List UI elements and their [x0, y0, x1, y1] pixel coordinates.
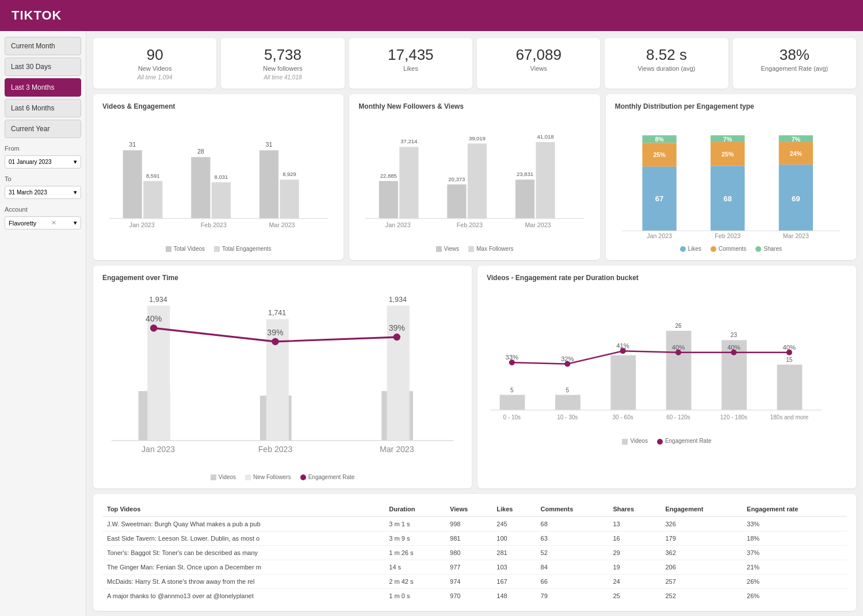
svg-text:31: 31	[129, 141, 136, 148]
stat-value: 67,089	[484, 46, 593, 64]
svg-text:26: 26	[675, 323, 682, 329]
chart-legend: Views Max Followers	[358, 246, 590, 252]
cell-duration: 14 s	[384, 560, 445, 575]
cell-views: 998	[445, 516, 492, 531]
svg-text:23,831: 23,831	[517, 171, 533, 177]
cell-engagement: 252	[660, 589, 742, 603]
chart-legend: Videos Engagement Rate	[487, 438, 847, 444]
svg-text:8,929: 8,929	[282, 171, 296, 177]
table-row: A major thanks to @annmo13 over at @lone…	[102, 589, 847, 603]
cell-engagement: 179	[660, 531, 742, 546]
svg-text:39%: 39%	[267, 328, 284, 337]
col-header-duration: Duration	[384, 502, 445, 516]
cell-likes: 167	[492, 575, 536, 589]
svg-text:20,373: 20,373	[449, 176, 465, 182]
filter-current-year[interactable]: Current Year	[5, 120, 81, 138]
table-row: The Ginger Man: Fenian St. Once upon a D…	[102, 560, 847, 575]
cell-rate: 33%	[742, 516, 847, 531]
svg-text:41,018: 41,018	[537, 133, 554, 140]
svg-text:0 - 10s: 0 - 10s	[503, 414, 521, 420]
svg-rect-25	[536, 142, 555, 219]
to-date-select[interactable]: 31 March 2023 ▾	[5, 186, 81, 199]
svg-text:8,591: 8,591	[146, 173, 160, 179]
account-select[interactable]: Flavoretty ✕ ▾	[5, 216, 81, 229]
cell-name: The Ginger Man: Fenian St. Once upon a D…	[102, 560, 384, 575]
from-date-select[interactable]: 01 January 2023 ▾	[5, 155, 81, 169]
svg-text:Feb 2023: Feb 2023	[201, 221, 227, 228]
cell-comments: 68	[536, 516, 609, 531]
cell-shares: 13	[608, 516, 660, 531]
filter-last-6-months[interactable]: Last 6 Months	[5, 99, 81, 117]
account-clear-icon[interactable]: ✕	[51, 219, 56, 227]
cell-duration: 3 m 1 s	[384, 516, 445, 531]
svg-text:7%: 7%	[723, 136, 732, 143]
filter-last-3-months[interactable]: Last 3 Months	[5, 78, 81, 97]
cell-likes: 281	[492, 546, 536, 560]
legend-new-followers: New Followers	[253, 474, 291, 480]
legend-engagement-rate: Engagement Rate	[308, 474, 355, 480]
cell-duration: 3 m 9 s	[384, 531, 445, 546]
svg-rect-60	[147, 305, 170, 441]
filter-last-30-days[interactable]: Last 30 Days	[5, 58, 81, 76]
cell-name: A major thanks to @annmo13 over at @lone…	[102, 589, 384, 603]
col-header-comments: Comments	[536, 502, 609, 516]
from-date-value: 01 January 2023	[9, 159, 74, 165]
svg-text:Feb 2023: Feb 2023	[258, 445, 293, 454]
filter-current-month[interactable]: Current Month	[5, 37, 81, 55]
cell-engagement: 257	[660, 575, 742, 589]
to-date-chevron-icon: ▾	[74, 189, 77, 196]
cell-comments: 52	[536, 546, 609, 560]
account-chevron-icon: ▾	[74, 219, 77, 227]
cell-name: East Side Tavern: Leeson St. Lower. Dubl…	[102, 531, 384, 546]
svg-rect-78	[555, 395, 581, 410]
svg-text:25%: 25%	[653, 151, 666, 158]
chart-legend: Videos New Followers Engagement Rate	[102, 474, 463, 480]
stat-views-duration: 8.52 s Views duration (avg)	[605, 38, 728, 89]
legend-max-followers: Max Followers	[476, 246, 513, 252]
cell-likes: 245	[492, 516, 536, 531]
stat-label: New Videos	[100, 65, 209, 72]
svg-text:28: 28	[197, 148, 204, 155]
svg-point-68	[393, 334, 400, 341]
svg-point-66	[150, 324, 158, 332]
svg-text:23: 23	[731, 332, 738, 338]
svg-text:Feb 2023: Feb 2023	[715, 232, 740, 239]
legend-engagement-rate: Engagement Rate	[665, 438, 712, 444]
cell-name: Toner's: Baggot St: Toner's can be descr…	[102, 546, 384, 560]
top-videos-table-card: Top Videos Duration Views Likes Comments…	[93, 494, 856, 611]
chart-row-2: Engagement over Time 31 28 31 1,934 1,74…	[93, 266, 856, 488]
cell-duration: 1 m 0 s	[384, 589, 445, 603]
legend-videos: Videos	[219, 474, 236, 480]
col-header-engagement: Engagement	[660, 502, 742, 516]
svg-rect-80	[610, 355, 636, 410]
cell-rate: 26%	[742, 589, 847, 603]
svg-text:1,934: 1,934	[149, 296, 167, 304]
cell-likes: 148	[492, 589, 536, 603]
cell-likes: 100	[492, 531, 536, 546]
svg-text:7%: 7%	[791, 136, 800, 143]
monthly-followers-svg: 22,885 37,214 20,373 39,019 23,831 41,01…	[358, 116, 590, 239]
chart-row-1: Videos & Engagement 31 8,591 28 8,031 31	[93, 94, 856, 260]
stat-sub: All time 1,094	[100, 74, 209, 81]
svg-rect-9	[280, 179, 299, 219]
stat-new-followers: 5,738 New followers All time 41,018	[221, 38, 344, 89]
svg-text:41%: 41%	[616, 342, 629, 349]
cell-comments: 66	[536, 575, 609, 589]
svg-rect-20	[448, 185, 467, 219]
cell-comments: 63	[536, 531, 609, 546]
cell-views: 974	[445, 575, 492, 589]
from-label: From	[5, 145, 81, 152]
to-date-value: 31 March 2023	[9, 189, 74, 196]
account-label: Account	[5, 206, 81, 213]
engagement-time-svg: 31 28 31 1,934 1,741 1,934	[102, 288, 463, 468]
svg-text:Jan 2023: Jan 2023	[129, 221, 155, 228]
svg-rect-21	[468, 143, 487, 218]
cell-engagement: 362	[660, 546, 742, 560]
svg-text:1,934: 1,934	[389, 296, 407, 304]
monthly-distribution-chart: Monthly Distribution per Engagement type…	[606, 94, 856, 260]
cell-likes: 103	[492, 560, 536, 575]
svg-text:33%: 33%	[506, 354, 519, 361]
cell-duration: 1 m 26 s	[384, 546, 445, 560]
svg-text:Mar 2023: Mar 2023	[380, 445, 414, 454]
cell-shares: 25	[608, 589, 660, 603]
